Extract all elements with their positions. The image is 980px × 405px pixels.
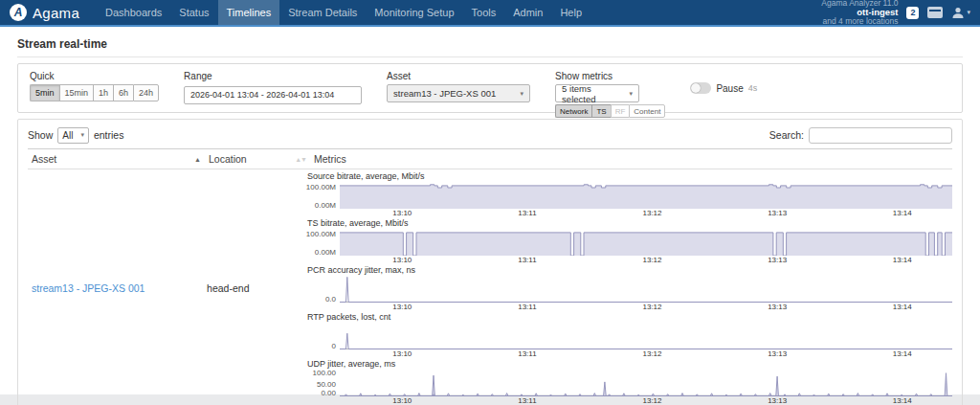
quick-1h-button[interactable]: 1h [93, 84, 113, 101]
chevron-down-icon: ▾ [630, 90, 634, 98]
quick-buttons: 5min 15min 1h 6h 24h [30, 84, 159, 101]
range-input[interactable] [184, 86, 362, 104]
pause-label: Pause [716, 83, 743, 94]
location-value: head-end [207, 282, 249, 294]
chart-yaxis-udp-jitter: 100.0050.000.00 [307, 370, 340, 396]
xtick-label: 13:12 [638, 256, 667, 265]
chart-xaxis-rtp-lost: 13:1013:1113:1213:1313:14 [340, 349, 952, 359]
ytick-label: 0.00 [321, 390, 336, 397]
xtick-label: 13:13 [763, 256, 791, 265]
xtick-label: 13:13 [763, 303, 791, 312]
chart-yaxis-rtp-lost: 0 [307, 323, 340, 349]
xtick-label: 13:11 [513, 303, 542, 312]
column-header-metrics[interactable]: Metrics [310, 149, 952, 169]
toggle-ts-button[interactable]: TS [591, 104, 610, 118]
xtick-label: 13:10 [388, 256, 416, 265]
table-row: stream13 - JPEG-XS 001 head-end Source b… [28, 169, 952, 405]
nav-item-timelines[interactable]: Timelines [218, 0, 280, 25]
search-input[interactable] [809, 127, 952, 144]
chart-title-pcr-jitter: PCR accuracy jitter, max, ns [307, 265, 952, 276]
metrics-charts: Source bitrate, average, Mbit/s100.00M0.… [307, 169, 952, 405]
nav-item-dashboards[interactable]: Dashboards [97, 0, 170, 25]
show-entries-label: Show [28, 129, 53, 141]
page-length-value: All [62, 130, 73, 141]
column-header-asset[interactable]: Asset ▲ [28, 149, 205, 169]
chart-yaxis-ts-bitrate: 100.00M0.00M [307, 229, 340, 256]
more-locations: and 4 more locations [821, 17, 898, 27]
show-metrics-group: Show metrics 5 items selected ▾ Network … [555, 71, 665, 118]
quick-5min-button[interactable]: 5min [30, 84, 59, 101]
chart-xaxis-source-bitrate: 13:1013:1113:1213:1313:14 [340, 209, 952, 218]
user-icon [951, 6, 965, 19]
chevron-down-icon: ▾ [521, 90, 524, 98]
ytick-label: 100.00 [313, 370, 336, 377]
asset-select[interactable]: stream13 - JPEG-XS 001 ▾ [387, 84, 530, 102]
page-length-select[interactable]: All ▾ [57, 127, 89, 144]
column-header-location[interactable]: Location ▲▼ [205, 149, 310, 169]
xtick-label: 13:10 [388, 209, 416, 218]
chevron-down-icon: ▾ [80, 131, 84, 139]
nav-item-status[interactable]: Status [170, 0, 217, 25]
quick-6h-button[interactable]: 6h [113, 84, 133, 101]
ytick-label: 50.00 [317, 381, 336, 389]
ytick-label: 0.00M [315, 249, 336, 257]
chart-plot-pcr-jitter[interactable] [340, 276, 952, 303]
chart-yaxis-source-bitrate: 100.00M0.00M [307, 182, 340, 209]
agama-brand[interactable]: A Agama [10, 4, 79, 21]
xtick-label: 13:12 [638, 209, 667, 218]
ytick-label: 100.00M [306, 231, 336, 238]
toggle-network-button[interactable]: Network [555, 104, 591, 118]
page-content: Stream real-time Quick 5min 15min 1h 6h … [0, 27, 980, 394]
pause-toggle[interactable] [690, 82, 711, 94]
toggle-content-button[interactable]: Content [629, 104, 665, 118]
chart-source-bitrate: Source bitrate, average, Mbit/s100.00M0.… [307, 171, 952, 218]
nav-item-monitoring-setup[interactable]: Monitoring Setup [366, 0, 462, 25]
xtick-label: 13:10 [388, 349, 416, 359]
alarm-count-badge[interactable]: 2 [906, 7, 919, 19]
ytick-label: 100.00M [306, 184, 336, 191]
chart-plot-rtp-lost[interactable] [340, 323, 952, 349]
xtick-label: 13:10 [388, 396, 416, 405]
chart-xaxis-udp-jitter: 13:1013:1113:1213:1313:14 [340, 396, 952, 405]
toggle-rf-button[interactable]: RF [611, 104, 630, 118]
asset-link[interactable]: stream13 - JPEG-XS 001 [32, 282, 145, 294]
xtick-label: 13:14 [888, 209, 917, 218]
chart-plot-source-bitrate[interactable] [340, 182, 952, 209]
calendar-icon[interactable] [927, 7, 943, 18]
chart-udp-jitter: UDP jitter, average, ms100.0050.000.0013… [307, 359, 952, 405]
chart-pcr-jitter: PCR accuracy jitter, max, ns0.013:1013:1… [307, 265, 952, 312]
pause-group: Pause 4s [690, 82, 757, 94]
quick-range-group: Quick 5min 15min 1h 6h 24h [30, 71, 159, 101]
chart-plot-ts-bitrate[interactable] [340, 229, 952, 256]
main-menu: Dashboards Status Timelines Stream Detai… [97, 0, 590, 25]
nav-item-admin[interactable]: Admin [504, 0, 551, 25]
nav-item-stream-details[interactable]: Stream Details [279, 0, 366, 25]
quick-15min-button[interactable]: 15min [59, 84, 94, 101]
ytick-label: 0 [332, 343, 336, 350]
metric-category-toggles: Network TS RF Content [555, 104, 665, 118]
filter-panel: Quick 5min 15min 1h 6h 24h Range Asset s… [17, 63, 963, 113]
entries-label: entries [94, 129, 124, 141]
quick-24h-button[interactable]: 24h [133, 84, 159, 101]
nav-item-help[interactable]: Help [551, 0, 590, 25]
xtick-label: 13:10 [388, 303, 416, 312]
sort-both-icon: ▲▼ [295, 156, 306, 163]
xtick-label: 13:14 [888, 396, 917, 405]
streams-table-panel: Show All ▾ entries Search: Asset ▲ Locat… [17, 119, 963, 405]
chart-title-rtp-lost: RTP packets, lost, cnt [307, 312, 952, 323]
xtick-label: 13:11 [513, 256, 542, 265]
nav-item-tools[interactable]: Tools [463, 0, 505, 25]
show-metrics-label: Show metrics [555, 71, 665, 81]
page-title: Stream real-time [17, 37, 107, 51]
chart-plot-udp-jitter[interactable] [340, 370, 952, 396]
show-metrics-value: 5 items selected [562, 83, 621, 104]
show-metrics-select[interactable]: 5 items selected ▾ [555, 84, 639, 102]
sort-asc-icon: ▲ [194, 156, 201, 163]
xtick-label: 13:14 [888, 349, 917, 359]
range-group: Range [184, 71, 362, 104]
chart-title-udp-jitter: UDP jitter, average, ms [307, 359, 952, 370]
xtick-label: 13:14 [888, 256, 917, 265]
top-navbar: A Agama Dashboards Status Timelines Stre… [0, 0, 980, 27]
chevron-down-icon: ▾ [967, 9, 970, 16]
user-menu[interactable]: ▾ [951, 6, 970, 19]
